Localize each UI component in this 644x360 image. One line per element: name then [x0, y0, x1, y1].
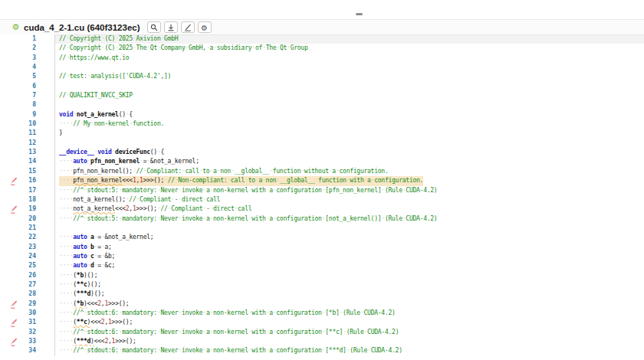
top-strip [0, 0, 644, 20]
code-line: 28····(***d)(); [0, 290, 644, 299]
annotation-marker[interactable] [0, 205, 23, 214]
line-number: 29 [23, 299, 54, 309]
code-line: 33····(***d)<<<2,1>>>(); [0, 337, 644, 346]
code-line: 3//·https://www.qt.io [0, 54, 644, 63]
gutter: 3 [0, 54, 55, 63]
marker-cell [0, 261, 23, 270]
code-line-content: void·not_a_kernel()·{ [55, 110, 644, 119]
file-type-icon: ⚙ [11, 22, 21, 32]
code-line-content: ····//·My·non-kernel·function. [55, 119, 644, 129]
line-number: 23 [23, 243, 54, 252]
line-number: 19 [23, 205, 54, 214]
code-line-content: ····(**c)(); [55, 280, 644, 290]
line-number: 22 [23, 233, 54, 242]
code-line: 9void·not_a_kernel()·{ [0, 110, 644, 119]
line-number: 12 [23, 139, 54, 148]
code-line: 21 [0, 224, 644, 233]
line-number: 15 [23, 167, 54, 176]
code-line: 26····(*b)(); [0, 271, 644, 280]
gutter: 10 [0, 119, 55, 129]
search-icon [150, 24, 158, 31]
gutter: 4 [0, 63, 55, 72]
marker-cell [0, 63, 23, 72]
line-number: 33 [23, 337, 54, 346]
code-line: 8 [0, 100, 644, 110]
gear-icon: ⚙ [201, 21, 208, 33]
gutter: 15 [0, 167, 55, 176]
marker-cell [0, 280, 23, 290]
code-line: 11} [0, 129, 644, 138]
code-line-content: ····//^·stdout:5:·mandatory:·Never·invok… [55, 214, 644, 224]
line-number: 13 [23, 148, 54, 157]
download-button[interactable] [164, 21, 178, 33]
gutter: 21 [0, 224, 55, 233]
marker-cell [0, 328, 23, 337]
gutter: 31 [0, 318, 55, 327]
download-icon [167, 24, 175, 31]
line-number: 28 [23, 290, 54, 299]
line-number: 7 [23, 91, 54, 100]
code-line-content: ····//^·stdout:5:·mandatory:·Never·invok… [55, 186, 644, 195]
gutter: 16 [0, 176, 55, 185]
code-line: 17····//^·stdout:5:·mandatory:·Never·inv… [0, 186, 644, 195]
line-number: 25 [23, 261, 54, 270]
file-title: cuda_4_2-1.cu (640f3123ec) [24, 23, 140, 32]
gutter: 9 [0, 110, 55, 119]
code-line-content: ····(**c)<<<2,1>>>(); [55, 318, 644, 327]
gutter: 7 [0, 91, 55, 100]
annotation-marker[interactable] [0, 299, 23, 309]
code-line: 23····auto·b·=·a; [0, 243, 644, 252]
marker-cell [0, 139, 23, 148]
marker-cell [0, 119, 23, 129]
marker-cell [0, 243, 23, 252]
code-line-content: ····(***d)(); [55, 290, 644, 299]
marker-cell [0, 346, 23, 355]
gutter: 32 [0, 328, 55, 337]
code-line: 31····(**c)<<<2,1>>>(); [0, 318, 644, 327]
line-number: 2 [23, 44, 54, 53]
line-number: 9 [23, 110, 54, 119]
marker-cell [0, 214, 23, 224]
marker-cell [0, 100, 23, 110]
gutter: 19 [0, 205, 55, 214]
settings-button[interactable]: ⚙ [198, 21, 212, 33]
code-line-content: //·Copyright·(C)·2025·Axivion·GmbH [55, 34, 644, 44]
search-button[interactable] [147, 21, 161, 33]
highlighted-code: ····pfn_non_kernel<<<1,1>>>();·//·Non-co… [59, 176, 423, 185]
gutter: 6 [0, 82, 55, 91]
gutter: 2 [0, 44, 55, 53]
edit-button[interactable] [181, 21, 195, 33]
marker-cell [0, 91, 23, 100]
gutter: 29 [0, 299, 55, 309]
gutter: 22 [0, 233, 55, 242]
gutter: 34 [0, 346, 55, 355]
file-toolbar: ⚙ [147, 21, 212, 33]
code-line-content: //·Copyright·(C)·2025·The·Qt·Company·Gmb… [55, 44, 644, 53]
code-line-content [55, 82, 644, 91]
annotation-marker[interactable] [0, 318, 23, 327]
gutter: 26 [0, 271, 55, 280]
marker-cell [0, 290, 23, 299]
marker-cell [0, 157, 23, 166]
code-line: 13__device__·void·deviceFunc()·{ [0, 148, 644, 157]
code-line: 5//·test:·analysis(['CUDA-4.2',]) [0, 72, 644, 81]
annotation-pencil-icon [9, 319, 18, 327]
marker-cell [0, 82, 23, 91]
code-line-content: ····(*b)(); [55, 271, 644, 280]
line-number: 18 [23, 195, 54, 205]
code-line: 12 [0, 139, 644, 148]
gutter: 1 [0, 34, 55, 44]
code-line-content: //·test:·analysis(['CUDA-4.2',]) [55, 72, 644, 81]
line-number: 21 [23, 224, 54, 233]
marker-cell [0, 72, 23, 81]
marker-cell [0, 148, 23, 157]
code-line: 4 [0, 63, 644, 72]
code-line: 18····not_a_kernel();·//·Compliant·-·dir… [0, 195, 644, 205]
code-line: 27····(**c)(); [0, 280, 644, 290]
annotation-marker[interactable] [0, 337, 23, 346]
gutter: 25 [0, 261, 55, 270]
annotation-marker[interactable] [0, 176, 23, 185]
marker-cell [0, 110, 23, 119]
code-line-content [55, 139, 644, 148]
code-line-content [55, 224, 644, 233]
